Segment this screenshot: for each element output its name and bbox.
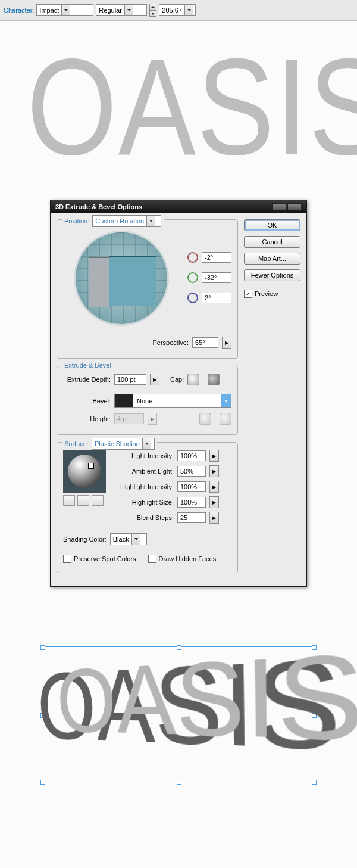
bevel-label: Bevel:	[63, 397, 111, 405]
font-size-spinner[interactable]	[149, 4, 156, 17]
rotate-x-input[interactable]: -2°	[202, 252, 231, 263]
position-group: Position: Custom Rotation	[57, 219, 238, 359]
popup-icon[interactable]: ▶	[209, 512, 219, 524]
blend-steps-label: Blend Steps:	[114, 514, 174, 521]
font-style-select[interactable]: Regular	[96, 4, 147, 16]
extrude-depth-input[interactable]: 100 pt	[114, 374, 146, 385]
popup-icon[interactable]: ▶	[209, 496, 219, 508]
preview-checkbox[interactable]: ✓	[244, 290, 252, 298]
light-intensity-input[interactable]: 100%	[177, 450, 206, 461]
position-value: Custom Rotation	[95, 217, 144, 225]
bevel-select[interactable]: None	[114, 394, 231, 408]
bevel-extent-in-icon	[199, 413, 211, 425]
preserve-spot-label: Preserve Spot Colors	[74, 555, 136, 562]
extrude-depth-label: Extrude Depth:	[63, 376, 111, 383]
surface-value: Plastic Shading	[95, 440, 140, 447]
popup-icon[interactable]: ▶	[209, 450, 219, 462]
rotate-z-icon	[187, 293, 198, 303]
highlight-intensity-input[interactable]: 100%	[177, 481, 206, 492]
new-light-button[interactable]	[77, 495, 89, 506]
character-label: Character:	[4, 7, 34, 14]
surface-select[interactable]: Plastic Shading	[92, 438, 155, 450]
light-intensity-label: Light Intensity:	[114, 452, 174, 459]
preserve-spot-checkbox[interactable]	[63, 555, 71, 563]
popup-icon[interactable]: ▶	[209, 481, 219, 493]
handle-bot-mid[interactable]	[177, 780, 181, 785]
cap-off-button[interactable]	[208, 374, 220, 385]
move-light-back-button[interactable]	[63, 495, 75, 506]
ok-button[interactable]: OK	[244, 219, 300, 231]
depth-popup[interactable]: ▶	[150, 374, 159, 385]
draw-hidden-label: Draw Hidden Faces	[159, 555, 217, 562]
dropdown-icon	[124, 5, 133, 15]
dropdown-icon	[184, 5, 193, 15]
surface-label: Surface:	[64, 440, 89, 447]
light-sphere[interactable]	[63, 450, 106, 493]
height-label: Height:	[63, 415, 111, 422]
cap-label: Cap:	[170, 376, 184, 383]
handle-top-left[interactable]	[40, 645, 45, 650]
rotate-y-icon	[187, 272, 198, 283]
character-toolbar: Character: Impact Regular 205,67	[0, 0, 357, 21]
position-select[interactable]: Custom Rotation	[92, 215, 161, 227]
popup-icon[interactable]: ▶	[209, 465, 219, 477]
rotate-x-icon	[187, 252, 198, 263]
cap-on-button[interactable]	[187, 374, 199, 385]
preview-label: Preview	[255, 290, 278, 297]
highlight-size-input[interactable]: 100%	[177, 497, 206, 508]
font-size-value: 205,67	[162, 7, 182, 14]
font-family-value: Impact	[39, 7, 59, 14]
perspective-input[interactable]: 65°	[192, 337, 218, 348]
handle-bot-left[interactable]	[40, 780, 45, 785]
font-family-select[interactable]: Impact	[36, 4, 93, 16]
3d-extrude-bevel-dialog: 3D Extrude & Bevel Options Position: Cus…	[50, 200, 307, 587]
dropdown-icon	[61, 5, 70, 15]
surface-group: Surface: Plastic Shading	[57, 442, 238, 573]
cancel-button[interactable]: Cancel	[244, 236, 300, 248]
font-style-value: Regular	[99, 7, 122, 14]
rotation-preview[interactable]	[74, 231, 169, 326]
shading-color-select[interactable]: Black	[110, 533, 147, 545]
extrude-title: Extrude & Bevel	[62, 362, 114, 369]
dropdown-icon	[146, 216, 155, 226]
artboard-flat-text: OASIS	[0, 39, 357, 176]
handle-bot-right[interactable]	[312, 780, 317, 785]
dialog-title: 3D Extrude & Bevel Options	[55, 203, 142, 210]
perspective-label: Perspective:	[152, 339, 189, 346]
extrude-bevel-group: Extrude & Bevel Extrude Depth: 100 pt ▶ …	[57, 366, 238, 435]
bevel-height-input: 4 pt	[114, 413, 144, 424]
position-label: Position:	[64, 217, 89, 225]
ambient-light-input[interactable]: 50%	[177, 466, 206, 477]
highlight-size-label: Highlight Size:	[114, 499, 174, 506]
shading-color-label: Shading Color:	[63, 536, 107, 543]
rotate-y-input[interactable]: -32°	[202, 272, 231, 283]
maximize-button[interactable]	[287, 203, 302, 210]
shading-color-value: Black	[113, 536, 129, 543]
dropdown-icon	[221, 394, 231, 407]
dropdown-icon	[142, 438, 151, 449]
draw-hidden-checkbox[interactable]	[148, 555, 156, 563]
oasis-3d-text: OASIS OASIS	[55, 636, 340, 758]
delete-light-button[interactable]	[92, 495, 104, 506]
fewer-options-button[interactable]: Fewer Options	[244, 269, 300, 281]
oasis-text: OASIS	[27, 39, 330, 176]
perspective-popup[interactable]: ▶	[222, 337, 231, 349]
bevel-extent-out-icon	[220, 413, 231, 425]
map-art-button[interactable]: Map Art...	[244, 253, 300, 265]
dialog-titlebar[interactable]: 3D Extrude & Bevel Options	[51, 200, 306, 213]
minimize-button[interactable]	[272, 203, 286, 210]
ambient-light-label: Ambient Light:	[114, 468, 174, 475]
height-popup: ▶	[148, 413, 157, 425]
bevel-value: None	[133, 397, 221, 405]
highlight-intensity-label: Highlight Intensity:	[114, 483, 174, 490]
rotate-z-input[interactable]: 2°	[202, 293, 231, 303]
blend-steps-input[interactable]: 25	[177, 512, 206, 523]
dropdown-icon	[131, 534, 140, 545]
font-size-select[interactable]: 205,67	[159, 4, 196, 16]
artboard-3d-object[interactable]: OASIS OASIS	[42, 646, 315, 783]
